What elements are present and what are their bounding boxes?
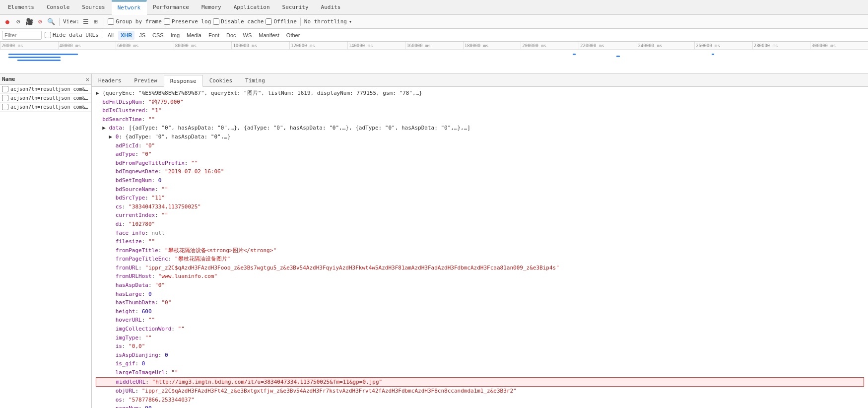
filter-js[interactable]: JS	[136, 31, 148, 40]
tab-response[interactable]: Response	[164, 75, 203, 87]
tab-memory[interactable]: Memory	[196, 0, 228, 14]
json-line: imgType: ""	[96, 334, 864, 342]
request-1-checkbox[interactable]	[2, 86, 8, 92]
close-detail-icon[interactable]: ✕	[86, 76, 89, 83]
list-item[interactable]: acjson?tn=resultjson_com&ip...	[0, 103, 91, 112]
search-icon[interactable]: 🔍	[47, 17, 56, 26]
offline-label[interactable]: Offline	[266, 18, 296, 25]
filter-doc[interactable]: Doc	[224, 31, 239, 40]
request-2-text: acjson?tn=resultjson_com&ip...	[10, 95, 89, 101]
hide-data-urls-checkbox[interactable]	[45, 32, 51, 38]
toolbar-separator-3	[300, 18, 301, 26]
json-line: bdFromPageTitlePrefix: ""	[96, 159, 864, 168]
filter-css[interactable]: CSS	[150, 31, 166, 40]
tab-network[interactable]: Network	[112, 0, 147, 15]
clear-icon[interactable]: ⊘	[14, 17, 23, 26]
view-icons: ☰ ⊞	[81, 17, 100, 26]
disable-cache-checkbox[interactable]	[213, 18, 219, 25]
json-line: pageNum: 90	[96, 404, 864, 408]
json-line: di: "102780"	[96, 220, 864, 229]
json-line: adPicId: "0"	[96, 141, 864, 150]
filter-icon[interactable]: ⊘	[36, 17, 45, 26]
json-line: imgCollectionWord: ""	[96, 325, 864, 334]
filter-ws[interactable]: WS	[241, 31, 255, 40]
disable-cache-label[interactable]: Disable cache	[213, 18, 264, 25]
timeline-bar-2	[8, 57, 61, 58]
tab-performance[interactable]: Performance	[147, 0, 196, 14]
view-label: View:	[63, 18, 79, 25]
large-view-icon[interactable]: ⊞	[91, 17, 100, 26]
throttle-arrow[interactable]: ▾	[349, 19, 352, 24]
timeline-tick: 80000 ms	[174, 42, 232, 49]
filter-font[interactable]: Font	[206, 31, 222, 40]
timeline: 20000 ms40000 ms60000 ms80000 ms100000 m…	[0, 42, 868, 74]
json-line: ▶ 0: {adType: "0", hasAspData: "0",…}	[96, 133, 864, 141]
json-line: fromURL: "ippr_z2C$qAzdH3FAzdH3Fooo_z&e3…	[96, 264, 864, 272]
timeline-tick: 240000 ms	[637, 42, 695, 49]
filter-separator	[102, 31, 102, 39]
json-line: currentIndex: ""	[96, 211, 864, 220]
timeline-tick: 100000 ms	[231, 42, 289, 49]
request-3-text: acjson?tn=resultjson_com&ip...	[10, 104, 89, 110]
tab-application[interactable]: Application	[228, 0, 276, 14]
top-tab-bar: Elements Console Sources Network Perform…	[0, 0, 868, 15]
json-line: fromPageTitleEnc: "攀枝花隔油设备图片"	[96, 255, 864, 264]
tab-audits[interactable]: Audits	[315, 0, 347, 14]
list-item[interactable]: acjson?tn=resultjson_com&ip...	[0, 85, 91, 94]
json-line: bdIsClustered: "1"	[96, 106, 864, 115]
filter-other[interactable]: Other	[284, 31, 303, 40]
timeline-tick: 200000 ms	[521, 42, 579, 49]
tab-security[interactable]: Security	[276, 0, 315, 14]
json-content: ▶ {queryEnc: "%E5%9B%8E%E7%89%87", query…	[92, 87, 868, 408]
filter-input[interactable]	[2, 31, 42, 40]
timeline-tick: 20000 ms	[0, 42, 58, 49]
timeline-tick: 300000 ms	[810, 42, 868, 49]
filter-xhr[interactable]: XHR	[118, 31, 134, 40]
tab-sources[interactable]: Sources	[76, 0, 111, 14]
filter-bar: Hide data URLs All XHR JS CSS Img Media …	[0, 29, 868, 42]
name-column-label: Name	[2, 76, 15, 82]
filter-all[interactable]: All	[105, 31, 116, 40]
hide-data-urls-label[interactable]: Hide data URLs	[45, 32, 99, 38]
tab-cookies[interactable]: Cookies	[203, 74, 239, 86]
filter-manifest[interactable]: Manifest	[256, 31, 282, 40]
timeline-tick: 180000 ms	[463, 42, 521, 49]
group-by-frame-checkbox[interactable]	[108, 18, 114, 25]
tab-console[interactable]: Console	[41, 0, 76, 14]
tab-preview[interactable]: Preview	[128, 74, 163, 86]
network-toolbar: ● ⊘ 🎥 ⊘ 🔍 View: ☰ ⊞ Group by frame Prese…	[0, 15, 868, 29]
json-line: middleURL: "http://img3.imgtn.bdimg.com/…	[96, 377, 864, 387]
offline-checkbox[interactable]	[266, 18, 272, 25]
preserve-log-label[interactable]: Preserve log	[164, 18, 211, 25]
tab-elements[interactable]: Elements	[2, 0, 41, 14]
json-line: filesize: ""	[96, 237, 864, 246]
throttle-value: No throttling	[304, 18, 347, 25]
json-line: largeToImageUrl: ""	[96, 368, 864, 377]
camera-icon[interactable]: 🎥	[25, 17, 34, 26]
request-3-checkbox[interactable]	[2, 104, 8, 110]
request-2-checkbox[interactable]	[2, 95, 8, 101]
timeline-tick: 260000 ms	[694, 42, 752, 49]
record-icon[interactable]: ●	[3, 17, 12, 26]
filter-media[interactable]: Media	[184, 31, 204, 40]
timeline-tick: 140000 ms	[347, 42, 405, 49]
json-line: fromPageTitle: "攀枝花隔油设备<strong>图片</stron…	[96, 246, 864, 255]
tab-headers[interactable]: Headers	[92, 74, 128, 86]
tab-timing[interactable]: Timing	[239, 74, 271, 86]
timeline-tick: 160000 ms	[405, 42, 463, 49]
group-by-frame-label[interactable]: Group by frame	[108, 18, 162, 25]
toolbar-separator-1	[59, 18, 60, 26]
json-line: hasLarge: 0	[96, 290, 864, 299]
json-line: height: 600	[96, 307, 864, 316]
json-line: face_info: null	[96, 229, 864, 238]
filter-img[interactable]: Img	[168, 31, 182, 40]
name-column-header: Name ✕	[0, 74, 91, 85]
preserve-log-checkbox[interactable]	[164, 18, 170, 25]
json-line: bdSourceName: ""	[96, 185, 864, 194]
json-line: bdSetImgNum: 0	[96, 176, 864, 185]
list-view-icon[interactable]: ☰	[81, 17, 90, 26]
json-line: hasThumbData: "0"	[96, 298, 864, 307]
list-item[interactable]: acjson?tn=resultjson_com&ip...	[0, 94, 91, 103]
json-line: adType: "0"	[96, 150, 864, 159]
main-split: Name ✕ acjson?tn=resultjson_com&ip... ac…	[0, 74, 868, 408]
